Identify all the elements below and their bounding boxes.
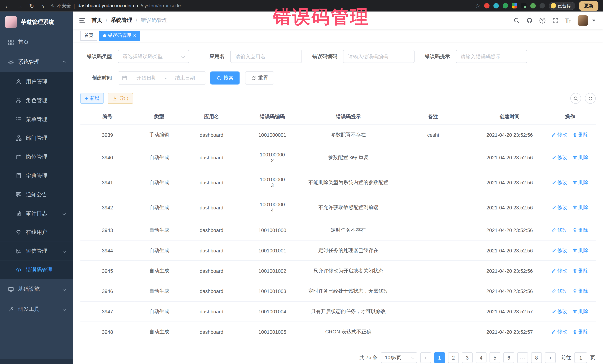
toggle-search-button[interactable] (570, 93, 581, 104)
tab-error-code[interactable]: 错误码管理 × (99, 31, 140, 41)
delete-link[interactable]: 删除 (573, 308, 588, 315)
browser-reload-icon[interactable]: ↻ (29, 3, 34, 9)
sidebar-item-dev-tools[interactable]: 研发工具 (0, 299, 73, 319)
page-button-3[interactable]: 3 (462, 352, 473, 363)
error-hint-input[interactable] (456, 50, 527, 63)
cell-message: 只有开启状态的任务，才可以修改 (306, 301, 391, 322)
sidebar-item-notices[interactable]: 通知公告 (0, 185, 73, 204)
app-logo[interactable]: 芋道管理系统 (0, 11, 73, 32)
sidebar-item-dictionary[interactable]: 字典管理 (0, 166, 73, 185)
delete-link[interactable]: 删除 (573, 247, 588, 254)
next-page-button[interactable]: › (545, 352, 556, 363)
goto-page-input[interactable] (574, 352, 587, 363)
edit-link[interactable]: 修改 (552, 328, 567, 335)
delete-link[interactable]: 删除 (573, 227, 588, 233)
help-icon[interactable] (539, 17, 545, 23)
sidebar-item-label: 在线用户 (26, 229, 47, 236)
export-button[interactable]: 导出 (108, 93, 133, 104)
browser-back-icon[interactable]: ← (5, 3, 10, 9)
address-bar[interactable]: ⚠ 不安全 | dashboard.yudao.iocoder.cn/syste… (50, 2, 471, 9)
cell-id: 3947 (80, 301, 135, 322)
sidebar-item-roles[interactable]: 角色管理 (0, 91, 73, 110)
sidebar-item-audit-logs[interactable]: 审计日志 (0, 204, 73, 223)
sidebar-item-system[interactable]: 系统管理 (0, 52, 73, 72)
bookmark-star-icon[interactable]: ☆ (475, 3, 480, 9)
edit-link[interactable]: 修改 (552, 227, 567, 233)
delete-link[interactable]: 删除 (573, 204, 588, 211)
error-type-select[interactable]: 请选择错误码类型 (118, 50, 189, 63)
user-avatar[interactable] (578, 15, 588, 26)
tab-home[interactable]: 首页 (80, 31, 97, 41)
extension-icon[interactable] (484, 3, 489, 9)
sidebar-item-departments[interactable]: 部门管理 (0, 129, 73, 147)
extension-grid-icon[interactable] (512, 3, 517, 9)
page-button-4[interactable]: 4 (476, 352, 487, 363)
sidebar-item-infrastructure[interactable]: 基础设施 (0, 279, 73, 299)
edit-link[interactable]: 修改 (552, 204, 567, 211)
sidebar-item-posts[interactable]: 岗位管理 (0, 147, 73, 166)
edit-link[interactable]: 修改 (552, 154, 567, 161)
select-placeholder: 请选择错误码类型 (123, 53, 163, 60)
create-time-range-picker[interactable]: 开始日期 - 结束日期 (118, 72, 206, 85)
cell-remark (391, 145, 475, 170)
edit-link[interactable]: 修改 (552, 132, 567, 138)
reset-button[interactable]: 重置 (245, 72, 274, 85)
users-icon (15, 98, 22, 103)
github-icon[interactable] (526, 17, 533, 23)
extension-check-icon[interactable] (502, 3, 508, 9)
refresh-table-button[interactable] (585, 93, 596, 104)
edit-link[interactable]: 修改 (552, 288, 567, 295)
page-button-2[interactable]: 2 (448, 352, 459, 363)
extension-icon[interactable] (493, 3, 499, 9)
paused-badge[interactable]: 已暂停 (549, 2, 575, 10)
sidebar-item-home[interactable]: 首页 (0, 32, 73, 52)
sidebar-item-users[interactable]: 用户管理 (0, 72, 73, 91)
update-button[interactable]: 更新 (579, 1, 598, 11)
delete-link[interactable]: 删除 (573, 288, 588, 295)
page-button-6[interactable]: 6 (503, 352, 514, 363)
tools-icon (8, 306, 14, 312)
fullscreen-icon[interactable] (552, 17, 559, 23)
cell-remark (391, 240, 475, 261)
browser-forward-icon[interactable]: → (17, 3, 23, 9)
page-button-8[interactable]: 8 (531, 352, 542, 363)
search-button[interactable]: 搜索 (210, 72, 240, 85)
caret-down-icon[interactable] (592, 20, 595, 21)
cell-type: 自动生成 (135, 145, 184, 170)
browser-home-icon[interactable]: ⌂ (41, 3, 44, 9)
page-size-select[interactable]: 10条/页 (381, 352, 417, 363)
edit-link[interactable]: 修改 (552, 247, 567, 254)
sidebar-item-sms[interactable]: 短信管理 (0, 242, 73, 261)
delete-link[interactable]: 删除 (573, 267, 588, 274)
delete-link[interactable]: 删除 (573, 179, 588, 186)
app-name-input[interactable] (231, 50, 302, 63)
search-icon[interactable] (513, 17, 520, 23)
extension-on-icon[interactable] (521, 3, 526, 9)
prev-page-button[interactable]: ‹ (420, 352, 431, 363)
breadcrumb-system[interactable]: 系统管理 (111, 17, 132, 24)
extension-leaf-icon[interactable] (530, 3, 535, 9)
page-button-1[interactable]: 1 (434, 352, 445, 363)
delete-link[interactable]: 删除 (573, 328, 588, 335)
hamburger-icon[interactable] (79, 17, 86, 24)
page-button-5[interactable]: 5 (490, 352, 500, 363)
screenshot-root: ← → ↻ ⌂ ⚠ 不安全 | dashboard.yudao.iocoder.… (0, 0, 603, 364)
delete-link[interactable]: 删除 (573, 132, 588, 138)
sidebar-item-error-code[interactable]: 错误码管理 (0, 260, 73, 279)
breadcrumb-home[interactable]: 首页 (92, 17, 102, 24)
more-pages-button[interactable]: ··· (517, 352, 528, 363)
font-size-icon[interactable]: TT (565, 17, 571, 23)
edit-link[interactable]: 修改 (552, 308, 567, 315)
extension-puzzle-icon[interactable] (539, 3, 545, 9)
delete-link[interactable]: 删除 (573, 154, 588, 161)
close-icon[interactable]: × (133, 33, 136, 38)
cell-type: 自动生成 (135, 195, 184, 220)
search-icon (217, 76, 221, 80)
sidebar-item-menus[interactable]: 菜单管理 (0, 110, 73, 129)
error-code-input[interactable] (343, 50, 415, 63)
edit-link[interactable]: 修改 (552, 179, 567, 186)
sidebar-item-online-users[interactable]: 在线用户 (0, 223, 73, 242)
edit-link[interactable]: 修改 (552, 267, 567, 274)
cell-actions: 修改 删除 (544, 281, 596, 301)
add-button[interactable]: + 新增 (80, 93, 104, 104)
